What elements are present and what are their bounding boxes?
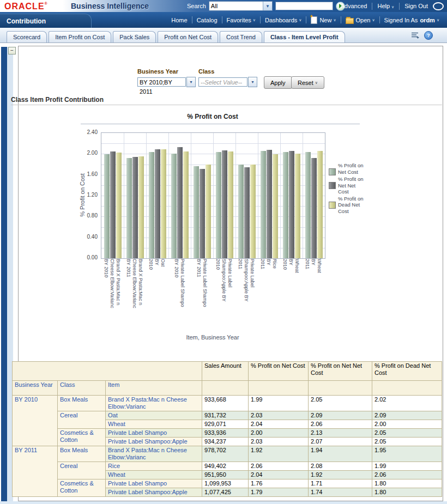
business-year-cell[interactable]: BY 2011 xyxy=(13,446,58,497)
item-cell[interactable]: Oat xyxy=(106,411,202,420)
item-cell[interactable]: Private Label Shampo xyxy=(106,429,202,438)
bar--profit-on-net-net-cost[interactable] xyxy=(110,151,116,258)
signed-in-menu[interactable]: Signed In Asordm∨ xyxy=(380,17,444,23)
bar--profit-on-dead-net-cost[interactable] xyxy=(295,154,300,258)
bar--profit-on-net-net-cost[interactable] xyxy=(222,150,227,258)
class-cell[interactable]: Box Meals xyxy=(58,446,106,462)
bar--profit-on-net-net-cost[interactable] xyxy=(177,147,183,258)
class-cell[interactable]: Cosmetics & Cotton xyxy=(58,479,106,497)
bar--profit-on-dead-net-cost[interactable] xyxy=(317,151,323,258)
legend-entry: % Profit on Dead Net Cost xyxy=(329,196,368,215)
item-cell[interactable]: Brand X Pasta:Mac n Cheese Elbow:Varianc xyxy=(106,396,202,411)
profit-net-cost-cell: 2.00 xyxy=(249,429,309,438)
search-scope-select[interactable]: All ▼ xyxy=(209,1,273,11)
business-year-combo[interactable]: BY 2010;BY 2011 ▼ xyxy=(137,77,196,87)
bar--profit-on-net-cost[interactable] xyxy=(261,151,266,258)
bar--profit-on-net-cost[interactable] xyxy=(171,154,177,258)
item-cell[interactable]: Private Label Shampo xyxy=(106,479,202,488)
search-input[interactable] xyxy=(275,2,333,10)
tab-item-profit-on-cost[interactable]: Item Profit on Cost xyxy=(49,31,111,42)
nav-home[interactable]: Home xyxy=(167,17,191,23)
bar--profit-on-net-cost[interactable] xyxy=(305,152,311,259)
bar--profit-on-net-net-cost[interactable] xyxy=(311,158,317,258)
item-cell[interactable]: Rice xyxy=(106,462,202,471)
dashboard-tab-contribution[interactable]: Contribution xyxy=(0,14,92,28)
profit-net-cost-cell: 1.92 xyxy=(249,446,309,462)
sign-out-link[interactable]: Sign Out xyxy=(404,3,428,9)
chevron-down-icon[interactable]: ▼ xyxy=(263,2,272,10)
nav-catalog[interactable]: Catalog xyxy=(192,17,222,23)
sales-amount-cell: 1,099,953 xyxy=(202,479,249,488)
help-icon[interactable]: ? xyxy=(424,31,433,40)
collapse-section-button[interactable]: − xyxy=(8,47,16,54)
business-year-cell[interactable]: BY 2010 xyxy=(13,396,58,446)
profit-dead-net-cost-cell: 2.09 xyxy=(372,411,442,420)
nav-favorites[interactable]: Favorites∨ xyxy=(222,17,260,23)
bar--profit-on-dead-net-cost[interactable] xyxy=(138,156,144,258)
tab-pack-sales[interactable]: Pack Sales xyxy=(113,31,156,42)
bar--profit-on-net-net-cost[interactable] xyxy=(132,157,138,258)
bar--profit-on-dead-net-cost[interactable] xyxy=(183,151,189,258)
x-axis-labels: Brand X Pasta:Mac n Cheese Elbow:Varianc… xyxy=(101,259,324,334)
top-right-links: Advanced Help∨ Sign Out xyxy=(341,0,444,12)
advanced-link[interactable]: Advanced xyxy=(341,3,367,9)
chevron-down-icon[interactable]: ▼ xyxy=(186,77,196,87)
bar--profit-on-net-cost[interactable] xyxy=(149,152,154,258)
page-options-icon[interactable] xyxy=(411,32,420,40)
item-cell[interactable]: Wheat xyxy=(106,471,202,479)
tab-scorecard[interactable]: Scorecard xyxy=(7,31,47,42)
bar--profit-on-dead-net-cost[interactable] xyxy=(228,151,233,258)
chevron-down-icon[interactable]: ▼ xyxy=(248,77,257,87)
dashboard-nav-bar: Contribution Home Catalog Favorites∨ Das… xyxy=(0,12,447,28)
x-category-label: Private Label Shampoo:Apple BY 2011 xyxy=(237,259,255,334)
class-cell[interactable]: Cereal xyxy=(58,411,106,429)
class-cell[interactable]: Cosmetics & Cotton xyxy=(58,429,106,446)
item-cell[interactable]: Private Label Shampoo:Apple xyxy=(106,488,202,497)
class-combo[interactable]: --Select Value-- ▼ xyxy=(198,77,257,87)
bar--profit-on-net-net-cost[interactable] xyxy=(200,169,205,258)
col-header-class[interactable]: Class xyxy=(58,381,106,396)
class-cell[interactable]: Box Meals xyxy=(58,396,106,411)
item-cell[interactable]: Wheat xyxy=(106,420,202,429)
item-cell[interactable]: Private Label Shampoo:Apple xyxy=(106,438,202,446)
bar--profit-on-net-net-cost[interactable] xyxy=(155,149,160,258)
bar--profit-on-net-cost[interactable] xyxy=(216,152,221,258)
search-label: Search xyxy=(187,3,206,9)
bar--profit-on-dead-net-cost[interactable] xyxy=(161,149,166,258)
legend-label: % Profit on Dead Net Cost xyxy=(338,196,367,215)
legend-label: % Profit on Net Net Cost xyxy=(338,176,367,195)
class-value: --Select Value-- xyxy=(198,77,247,87)
divider xyxy=(399,3,400,10)
col-header-business-year[interactable]: Business Year xyxy=(13,381,58,396)
nav-dashboards[interactable]: Dashboards∨ xyxy=(261,17,306,23)
nav-open[interactable]: Open∨ xyxy=(341,16,379,24)
class-cell[interactable]: Cereal xyxy=(58,462,106,479)
bar--profit-on-net-cost[interactable] xyxy=(283,152,288,259)
gridline xyxy=(280,133,281,258)
bar--profit-on-net-cost[interactable] xyxy=(238,165,244,258)
bar--profit-on-net-cost[interactable] xyxy=(194,166,199,258)
business-year-filter-label: Business Year xyxy=(137,68,178,75)
user-icon[interactable] xyxy=(433,2,444,10)
bar--profit-on-net-cost[interactable] xyxy=(104,154,110,258)
item-cell[interactable]: Brand X Pasta:Mac n Cheese Elbow:Varianc xyxy=(106,446,202,462)
bar--profit-on-net-net-cost[interactable] xyxy=(267,150,272,258)
bar--profit-on-net-net-cost[interactable] xyxy=(244,167,250,258)
tab-profit-on-net-cost[interactable]: Profit on Net Cost xyxy=(158,31,218,42)
bar--profit-on-net-cost[interactable] xyxy=(126,158,132,258)
tab-cost-trend[interactable]: Cost Trend xyxy=(220,31,262,42)
help-menu[interactable]: Help∨ xyxy=(377,3,394,9)
nav-new[interactable]: New∨ xyxy=(306,16,340,24)
bar--profit-on-net-net-cost[interactable] xyxy=(289,151,294,258)
section-divider xyxy=(11,105,442,105)
apply-button[interactable]: Apply xyxy=(264,76,292,89)
bar--profit-on-dead-net-cost[interactable] xyxy=(206,165,211,259)
bar--profit-on-dead-net-cost[interactable] xyxy=(273,154,278,258)
bar--profit-on-dead-net-cost[interactable] xyxy=(116,153,122,258)
product-title: Business Intelligence xyxy=(71,2,149,10)
y-tick-label: 1.60 xyxy=(76,171,98,177)
reset-button[interactable]: Reset∨ xyxy=(291,76,324,89)
col-header-item[interactable]: Item xyxy=(106,381,202,396)
bar--profit-on-dead-net-cost[interactable] xyxy=(250,165,256,259)
tab-class-item-level-profit[interactable]: Class - Item Level Profit xyxy=(264,31,345,42)
